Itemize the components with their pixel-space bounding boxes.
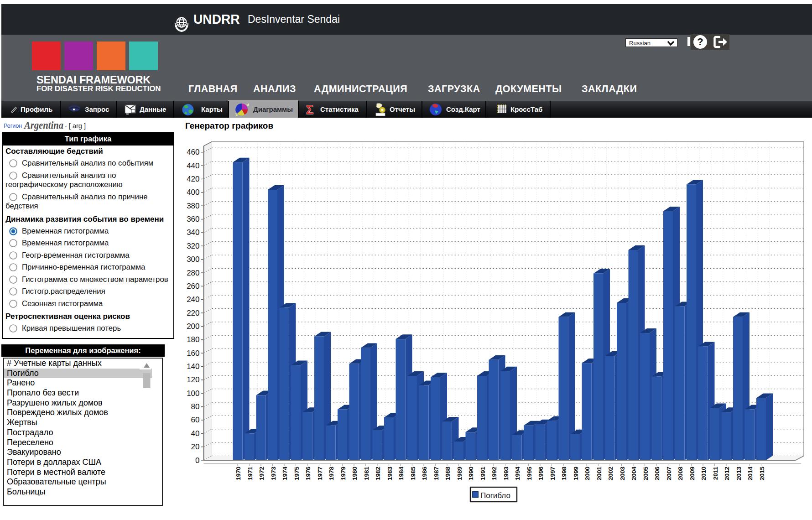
svg-text:460: 460	[187, 148, 199, 156]
svg-text:1970: 1970	[235, 467, 242, 480]
svg-text:1983: 1983	[386, 467, 393, 481]
svg-text:?: ?	[697, 36, 703, 47]
svg-text:1989: 1989	[456, 467, 463, 480]
svg-text:2006: 2006	[654, 467, 661, 481]
svg-text:Погибло: Погибло	[480, 491, 510, 500]
svg-text:2003: 2003	[619, 467, 626, 481]
svg-text:120: 120	[187, 375, 199, 384]
svg-text:1972: 1972	[258, 467, 265, 480]
svg-text:1992: 1992	[491, 467, 498, 480]
svg-text:1971: 1971	[247, 467, 254, 481]
svg-text:Σ: Σ	[306, 103, 313, 116]
svg-text:2015: 2015	[759, 467, 765, 481]
svg-text:2011: 2011	[712, 467, 719, 480]
svg-text:2004: 2004	[630, 467, 637, 481]
svg-text:2005: 2005	[642, 467, 649, 481]
svg-text:1993: 1993	[503, 467, 510, 481]
svg-text:160: 160	[187, 349, 199, 358]
svg-text:20: 20	[191, 442, 200, 451]
svg-text:1974: 1974	[281, 467, 288, 481]
svg-text:1987: 1987	[433, 467, 440, 480]
svg-text:2001: 2001	[596, 467, 603, 481]
svg-text:1980: 1980	[351, 467, 358, 480]
svg-text:2007: 2007	[666, 467, 672, 480]
svg-text:1985: 1985	[410, 467, 416, 481]
svg-text:2000: 2000	[584, 467, 591, 480]
svg-text:1997: 1997	[549, 467, 556, 480]
svg-text:300: 300	[187, 255, 199, 264]
svg-text:380: 380	[187, 202, 199, 210]
svg-text:40: 40	[191, 429, 200, 438]
svg-text:1995: 1995	[526, 467, 533, 481]
svg-text:1979: 1979	[340, 467, 347, 480]
svg-text:2008: 2008	[677, 467, 684, 481]
svg-text:2013: 2013	[735, 467, 742, 481]
svg-text:420: 420	[187, 175, 199, 183]
svg-text:200: 200	[187, 322, 199, 331]
svg-text:2012: 2012	[724, 467, 730, 480]
svg-text:140: 140	[187, 362, 199, 371]
svg-text:320: 320	[187, 242, 199, 250]
svg-text:1975: 1975	[293, 467, 300, 481]
svg-text:1977: 1977	[317, 467, 323, 480]
svg-text:1999: 1999	[573, 467, 579, 480]
svg-text:1996: 1996	[537, 467, 544, 481]
svg-text:180: 180	[187, 335, 199, 344]
svg-text:2002: 2002	[607, 467, 614, 480]
svg-text:1990: 1990	[468, 467, 474, 480]
svg-text:440: 440	[187, 161, 199, 170]
svg-text:2014: 2014	[747, 467, 754, 481]
svg-text:100: 100	[187, 389, 199, 398]
svg-text:2009: 2009	[689, 467, 696, 480]
svg-text:260: 260	[187, 282, 199, 291]
svg-text:1991: 1991	[479, 467, 486, 481]
svg-text:280: 280	[187, 269, 199, 277]
svg-text:0: 0	[195, 456, 199, 465]
svg-text:1998: 1998	[561, 467, 567, 481]
svg-text:1984: 1984	[398, 467, 405, 481]
svg-text:80: 80	[191, 402, 200, 411]
svg-text:1981: 1981	[363, 467, 370, 481]
svg-text:2010: 2010	[700, 467, 707, 480]
svg-text:340: 340	[187, 228, 199, 237]
svg-text:1988: 1988	[444, 467, 451, 481]
svg-text:1994: 1994	[514, 467, 521, 481]
svg-text:1982: 1982	[375, 467, 381, 480]
svg-text:1973: 1973	[270, 467, 277, 481]
svg-text:400: 400	[187, 188, 199, 197]
svg-text:1976: 1976	[305, 467, 312, 481]
svg-text:240: 240	[187, 295, 199, 304]
svg-text:220: 220	[187, 309, 199, 317]
svg-text:360: 360	[187, 215, 199, 224]
svg-text:1986: 1986	[421, 467, 428, 481]
svg-text:60: 60	[191, 416, 200, 424]
svg-text:1978: 1978	[328, 467, 335, 481]
